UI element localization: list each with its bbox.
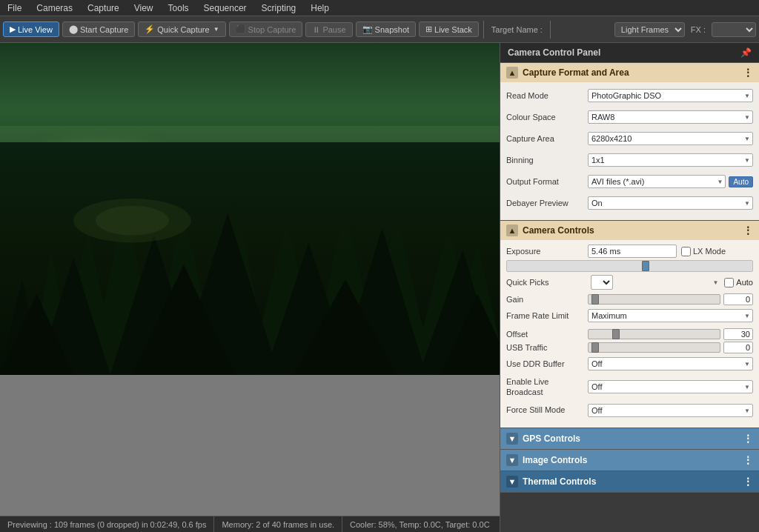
binning-select[interactable]: 1x1 xyxy=(588,153,753,167)
binning-label: Binning xyxy=(506,155,588,165)
output-format-row: Output Format AVI files (*.avi) Auto xyxy=(506,173,753,190)
output-format-select[interactable]: AVI files (*.avi) xyxy=(588,175,726,188)
camera-controls-header[interactable]: ▲ Camera Controls ⋮ xyxy=(500,221,759,240)
lx-mode-container: LX Mode xyxy=(681,247,726,256)
read-mode-label: Read Mode xyxy=(506,90,588,101)
menu-tools[interactable]: Tools xyxy=(161,1,196,15)
menu-file[interactable]: File xyxy=(0,1,29,15)
offset-row: Offset xyxy=(506,328,753,340)
quick-picks-auto-checkbox[interactable] xyxy=(724,278,734,287)
thermal-controls-header[interactable]: ▼ Thermal Controls ⋮ xyxy=(500,471,759,492)
debayer-preview-select[interactable]: On xyxy=(588,196,753,210)
force-still-select[interactable]: Off xyxy=(588,404,753,417)
live-view-button[interactable]: ▶ Live View xyxy=(3,21,59,37)
target-name-label: Target Name : xyxy=(488,25,546,34)
capture-menu-icon[interactable]: ⋮ xyxy=(743,67,753,79)
debayer-preview-wrapper: On xyxy=(588,196,753,210)
quick-picks-label: Quick Picks xyxy=(506,277,588,287)
read-mode-wrapper: PhotoGraphic DSO xyxy=(588,89,753,102)
toolbar-separator-2 xyxy=(550,21,551,39)
quick-picks-select[interactable] xyxy=(591,275,613,290)
camera-controls-menu-icon[interactable]: ⋮ xyxy=(743,225,753,236)
menu-capture[interactable]: Capture xyxy=(80,1,127,15)
gps-menu-icon[interactable]: ⋮ xyxy=(743,433,753,445)
preview-status: Previewing : 109 frames (0 dropped) in 0… xyxy=(0,516,214,532)
exposure-slider-row xyxy=(506,260,753,272)
snapshot-button[interactable]: 📷 Snapshot xyxy=(356,21,416,37)
stop-capture-button[interactable]: ⬛ Stop Capture xyxy=(229,21,303,37)
output-format-label: Output Format xyxy=(506,176,588,187)
binning-wrapper: 1x1 xyxy=(588,153,753,167)
lx-mode-checkbox[interactable] xyxy=(681,247,691,256)
frame-rate-label: Frame Rate Limit xyxy=(506,310,588,321)
usb-traffic-value-input[interactable] xyxy=(723,342,753,353)
pause-button[interactable]: ⏸ Pause xyxy=(305,22,352,37)
auto-button[interactable]: Auto xyxy=(729,176,753,187)
fx-select[interactable] xyxy=(712,22,756,37)
live-stack-button[interactable]: ⊞ Live Stack xyxy=(419,21,479,37)
image-controls-header[interactable]: ▼ Image Controls ⋮ xyxy=(500,450,759,471)
image-collapse-btn[interactable]: ▼ xyxy=(506,454,518,466)
usb-traffic-slider[interactable] xyxy=(588,342,720,353)
usb-traffic-label: USB Traffic xyxy=(506,343,588,352)
use-ddr-select[interactable]: Off xyxy=(588,357,753,370)
gps-controls-header[interactable]: ▼ GPS Controls ⋮ xyxy=(500,428,759,449)
capture-collapse-btn[interactable]: ▲ xyxy=(506,67,518,79)
panel-title-bar: Camera Control Panel 📌 xyxy=(500,43,759,63)
light-frames-select[interactable]: Light Frames xyxy=(614,22,685,37)
cooler-status: Cooler: 58%, Temp: 0.0C, Target: 0.0C xyxy=(342,516,497,532)
exposure-input[interactable] xyxy=(588,245,677,258)
gain-slider-thumb xyxy=(591,294,599,305)
enable-live-select[interactable]: Off xyxy=(588,380,753,393)
frame-rate-select[interactable]: Maximum xyxy=(588,309,753,322)
thermal-menu-icon[interactable]: ⋮ xyxy=(743,476,753,488)
menu-sequencer[interactable]: Sequencer xyxy=(196,1,254,15)
enable-live-wrapper: Off xyxy=(588,380,753,393)
auto-label: Auto xyxy=(736,278,753,287)
capture-icon: ⬤ xyxy=(69,24,78,34)
use-ddr-wrapper: Off xyxy=(588,357,753,370)
offset-slider[interactable] xyxy=(588,329,720,339)
offset-slider-container xyxy=(588,328,753,340)
menu-cameras[interactable]: Cameras xyxy=(29,1,80,15)
gps-controls-section: ▼ GPS Controls ⋮ xyxy=(500,428,759,450)
start-capture-button[interactable]: ⬤ Start Capture xyxy=(62,21,135,37)
menu-scripting[interactable]: Scripting xyxy=(254,1,304,15)
memory-status: Memory: 2 of 40 frames in use. xyxy=(214,516,342,532)
gain-slider[interactable] xyxy=(588,294,720,305)
capture-format-header[interactable]: ▲ Capture Format and Area ⋮ xyxy=(500,63,759,82)
panel-pin-icon[interactable]: 📌 xyxy=(740,47,752,58)
read-mode-select[interactable]: PhotoGraphic DSO xyxy=(588,89,753,102)
force-still-label: Force Still Mode xyxy=(506,405,588,415)
svg-point-22 xyxy=(96,206,169,236)
camera-controls-collapse-btn[interactable]: ▲ xyxy=(506,225,518,236)
colour-space-select[interactable]: RAW8 xyxy=(588,110,753,124)
debayer-preview-label: Debayer Preview xyxy=(506,198,588,208)
quick-capture-button[interactable]: ⚡ Quick Capture ▼ xyxy=(138,21,225,37)
gain-label: Gain xyxy=(506,295,588,304)
binning-row: Binning 1x1 xyxy=(506,151,753,169)
gain-slider-container xyxy=(588,293,753,305)
gain-value-input[interactable] xyxy=(723,293,753,305)
offset-value-input[interactable] xyxy=(723,328,753,340)
toolbar: ▶ Live View ⬤ Start Capture ⚡ Quick Capt… xyxy=(0,16,759,43)
menubar: File Cameras Capture View Tools Sequence… xyxy=(0,0,759,16)
capture-area-select[interactable]: 6280x4210 xyxy=(588,132,753,145)
menu-help[interactable]: Help xyxy=(303,1,337,15)
quick-capture-icon: ⚡ xyxy=(145,24,155,34)
thermal-collapse-btn[interactable]: ▼ xyxy=(506,476,518,488)
image-menu-icon[interactable]: ⋮ xyxy=(743,454,753,466)
toolbar-separator-1 xyxy=(483,21,484,39)
statusbar: Previewing : 109 frames (0 dropped) in 0… xyxy=(0,516,500,532)
capture-format-section: ▲ Capture Format and Area ⋮ Read Mode Ph… xyxy=(500,63,759,221)
live-view-icon: ▶ xyxy=(10,24,16,34)
capture-area-row: Capture Area 6280x4210 xyxy=(506,130,753,147)
exposure-row: Exposure LX Mode xyxy=(506,245,753,258)
left-panel: Previewing : 109 frames (0 dropped) in 0… xyxy=(0,43,500,532)
gps-collapse-btn[interactable]: ▼ xyxy=(506,433,518,445)
menu-view[interactable]: View xyxy=(127,1,161,15)
quick-picks-row: Quick Picks Auto xyxy=(506,275,753,290)
exposure-slider[interactable] xyxy=(506,260,753,272)
stop-icon: ⬛ xyxy=(236,24,246,34)
colour-space-label: Colour Space xyxy=(506,112,588,122)
